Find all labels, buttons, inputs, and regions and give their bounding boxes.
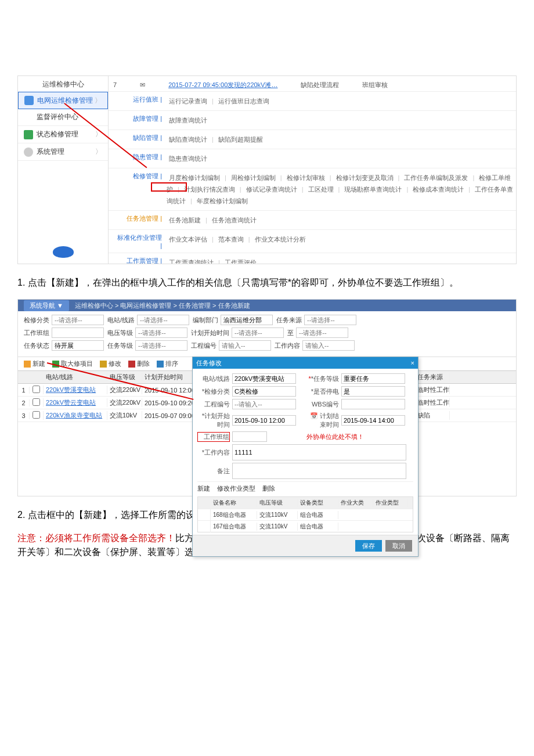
filter-label: 工作内容 (275, 341, 300, 350)
filter-field: 任务来源 (276, 315, 356, 325)
header-link[interactable]: 2015-07-27 09:45:00发现的220kV滩… (168, 81, 277, 89)
device-name-cell: 168组合电器 (211, 511, 257, 519)
filter-label: 任务等级 (107, 341, 133, 350)
submenu-item[interactable]: 工作任务单编制及派发 (404, 174, 468, 181)
voltage-cell: 交流220kV (107, 398, 142, 407)
filter-input[interactable] (304, 315, 356, 325)
station-input[interactable] (232, 373, 296, 384)
filter-input[interactable] (135, 340, 187, 351)
station-link[interactable]: 220kV赞云变电站 (44, 398, 107, 407)
voltage-cell: 交流10kV (107, 411, 142, 420)
toolbar-icon (100, 361, 107, 368)
station-link[interactable]: 220kV赞溪变电站 (44, 386, 107, 394)
toolbar-button[interactable]: 删除 (128, 359, 150, 368)
wbs-input[interactable] (341, 399, 405, 409)
toolbar-button[interactable]: 新建 (24, 359, 45, 368)
submenu-item[interactable]: 缺陷查询统计 (169, 136, 207, 143)
filter-input[interactable] (302, 340, 355, 351)
filter-field: 电站/线路 (107, 315, 189, 325)
wc-input[interactable] (232, 444, 406, 460)
submenu-item[interactable]: 作业文本评估 (169, 236, 207, 243)
chevron-icon: 〉 (95, 129, 102, 139)
close-icon[interactable]: × (411, 359, 414, 366)
modal-toolbar-button[interactable]: 新建 (197, 484, 210, 493)
category-select[interactable] (232, 386, 296, 397)
filter-input[interactable] (52, 340, 104, 351)
submenu-item[interactable]: 计划执行情况查询 (184, 186, 235, 193)
modal-grid-row[interactable]: 168组合电器 交流110kV 组合电器 (198, 509, 413, 520)
filter-input[interactable] (232, 327, 284, 338)
toolbar-label: 取大修项目 (61, 359, 93, 368)
submenu-item[interactable]: 运行记录查询 (169, 98, 207, 105)
row-checkbox[interactable] (30, 411, 44, 420)
submenu-item[interactable]: 隐患查询统计 (169, 155, 207, 162)
submenu-item[interactable]: 工区处理 (308, 186, 334, 193)
warning-text: 外协单位此处不填！ (306, 433, 364, 441)
filter-field: 任务等级 (107, 340, 187, 351)
toolbar-button[interactable]: 排序 (157, 359, 178, 368)
modal-toolbar-button[interactable]: 删除 (262, 484, 275, 493)
submenu-item[interactable]: 任务池新建 (169, 217, 201, 224)
submenu-item[interactable]: 周检修计划编制 (231, 174, 276, 181)
filter-field: 任务状态 (24, 340, 104, 351)
submenu-item[interactable]: 作业文本统计分析 (255, 236, 306, 243)
pet-input[interactable] (341, 415, 405, 426)
toolbar-button[interactable]: 取大修项目 (52, 359, 93, 368)
submenu-item[interactable]: 检修成本查询统计 (413, 186, 464, 193)
filter-input[interactable] (221, 315, 273, 325)
submenu-item[interactable]: 运行值班日志查询 (218, 98, 269, 105)
filter-label: 工程编号 (191, 341, 217, 350)
sidebar-item[interactable]: 系统管理〉 (18, 143, 108, 161)
device-voltage-cell: 交流110kV (257, 523, 298, 531)
chevron-icon: 〉 (95, 96, 102, 106)
submenu-item[interactable]: 缺陷到超期提醒 (218, 136, 263, 143)
filter-input[interactable] (135, 327, 187, 338)
nav-dropdown-button[interactable]: 系统导航 ▼ (24, 300, 69, 311)
submenu-item[interactable]: 月度检修计划编制 (169, 174, 220, 181)
cancel-button[interactable]: 取消 (385, 540, 412, 552)
sidebar-item[interactable]: 监督评价中心 (18, 109, 108, 126)
team-input[interactable] (232, 431, 267, 442)
modal-row-checkbox[interactable] (198, 521, 211, 532)
grid-col-header: 电站/线路 (44, 373, 107, 381)
submenu-item[interactable]: 故障查询统计 (169, 117, 207, 124)
toolbar-button[interactable]: 修改 (100, 359, 121, 368)
submenu-item[interactable]: 任务池查询统计 (212, 217, 257, 224)
submenu-item[interactable]: 工作票评价 (225, 259, 257, 264)
submenu-item[interactable]: 工作票查询统计 (169, 259, 214, 264)
filter-input[interactable] (219, 340, 271, 351)
submenu-item[interactable]: 现场勘察单查询统计 (344, 186, 402, 193)
station-link[interactable]: 220kV渔泉寺变电站 (44, 411, 107, 420)
filter-input[interactable] (52, 327, 104, 338)
modal-toolbar: 新建修改作业类型删除 (197, 481, 413, 495)
submenu-item[interactable]: 年度检修计划编制 (197, 197, 248, 204)
task-level-select[interactable] (341, 373, 405, 384)
submenu-item[interactable]: 检修计划变更及取消 (336, 174, 394, 181)
row-checkbox[interactable] (30, 386, 44, 394)
filter-label: 至 (287, 329, 294, 337)
sd-select[interactable] (341, 386, 405, 397)
notes-input[interactable] (232, 463, 406, 479)
sidebar-item[interactable]: 状态检修管理〉 (18, 126, 108, 143)
sidebar-tab[interactable]: 运维检修中心 (18, 76, 108, 92)
pst-input[interactable] (232, 415, 296, 426)
nav-label: 监督评价中心 (37, 112, 78, 122)
grid-col-header: 任务来源 (415, 373, 450, 381)
save-button[interactable]: 保存 (355, 540, 382, 552)
filter-input[interactable] (296, 327, 348, 338)
filter-input[interactable] (52, 315, 104, 325)
filter-input[interactable] (137, 315, 189, 325)
sidebar-item[interactable]: 电网运维检修管理〉 (18, 92, 108, 109)
screenshot-task-pool: 系统导航 ▼ 运维检修中心 > 电网运维检修管理 > 任务池管理 > 任务池新建… (17, 299, 517, 496)
eng-input[interactable] (232, 399, 296, 409)
row-checkbox[interactable] (30, 398, 44, 407)
submenu-item[interactable]: 修试记录查询统计 (246, 186, 297, 193)
submenu-item[interactable]: 检修计划审核 (287, 174, 325, 181)
modal-grid-row[interactable]: 167组合电器 交流110kV 组合电器 (198, 520, 413, 532)
modal-row-checkbox[interactable] (198, 509, 211, 521)
submenu-item[interactable]: 范本查询 (218, 236, 244, 243)
category-row: 工作票管理 |工作票查询统计|工作票评价 (109, 253, 516, 264)
modal-toolbar-button[interactable]: 修改作业类型 (217, 484, 255, 493)
device-type-cell: 组合电器 (298, 511, 338, 519)
breadcrumb: 运维检修中心 > 电网运维检修管理 > 任务池管理 > 任务池新建 (75, 301, 250, 310)
